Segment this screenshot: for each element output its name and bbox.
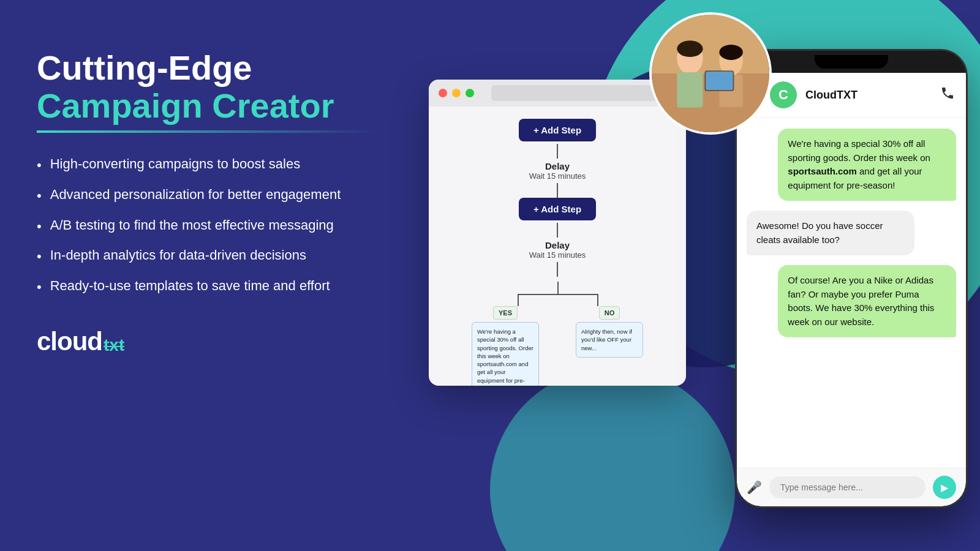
svg-rect-11: [706, 72, 733, 90]
chat-input[interactable]: [769, 476, 925, 498]
feature-item: • High-converting campaigns to boost sal…: [37, 155, 380, 174]
branch-no-badge: NO: [599, 306, 620, 320]
bullet-icon: •: [37, 247, 42, 266]
svg-rect-3: [677, 72, 703, 108]
svg-point-5: [677, 40, 703, 57]
title-line2: Campaign Creator: [37, 87, 380, 125]
feature-item: • A/B testing to find the most effective…: [37, 216, 380, 236]
branch-yes-badge: YES: [493, 306, 518, 320]
logo-cloud-text: cloud: [37, 327, 102, 356]
browser-close-btn[interactable]: [439, 89, 447, 97]
logo-area: cloud txt: [37, 327, 380, 356]
title-line1: Cutting-Edge: [37, 49, 380, 87]
right-panel: + Add Step Delay Wait 15 minutes + Add S…: [380, 0, 980, 551]
delay-block-2: Delay Wait 15 minutes: [529, 240, 586, 260]
notch-bar: [815, 55, 888, 69]
bullet-icon: •: [37, 217, 42, 236]
branch-container: YES We're having a special 30% off all s…: [441, 282, 674, 386]
delay-sub-1: Wait 15 minutes: [529, 171, 586, 181]
browser-titlebar: [429, 80, 686, 107]
delay-sub-2: Wait 15 minutes: [529, 250, 586, 260]
delay-label-1: Delay: [529, 161, 586, 171]
branch-yes-arm: YES We're having a special 30% off all s…: [472, 306, 539, 386]
feature-item: • Advanced personalization for better en…: [37, 186, 380, 205]
connector-line: [557, 262, 558, 277]
message-2: Awesome! Do you have soccer cleats avail…: [747, 211, 914, 255]
profile-photo-circle: [649, 12, 772, 135]
svg-point-9: [719, 45, 742, 60]
branch-yes-text: We're having a special 30% off all sport…: [472, 322, 539, 386]
message-1: We're having a special 30% off all sport…: [778, 129, 956, 201]
branch-arms: YES We're having a special 30% off all s…: [472, 306, 643, 386]
bullet-icon: •: [37, 187, 42, 205]
bullet-icon: •: [37, 156, 42, 174]
browser-content: + Add Step Delay Wait 15 minutes + Add S…: [429, 107, 686, 386]
browser-minimize-btn[interactable]: [452, 89, 461, 97]
phone-screen: ← C CloudTXT We're having a special 30% …: [737, 73, 966, 506]
feature-text: High-converting campaigns to boost sales: [50, 155, 300, 173]
bullet-icon: •: [37, 278, 42, 296]
browser-window: + Add Step Delay Wait 15 minutes + Add S…: [429, 80, 686, 386]
feature-text: A/B testing to find the most effective m…: [50, 216, 334, 234]
branch-no-arm: NO Alrighty then, now if you'd like OFF …: [576, 306, 643, 358]
chat-input-bar: 🎤 ▶: [737, 468, 966, 506]
logo-txt-text: txt: [104, 335, 124, 355]
delay-label-2: Delay: [529, 240, 586, 250]
feature-item: • Ready-to-use templates to save time an…: [37, 277, 380, 296]
chat-name: CloudTXT: [805, 89, 932, 102]
connector-line: [557, 144, 558, 159]
title-underline: [37, 130, 380, 133]
branch-no-text: Alrighty then, now if you'd like OFF you…: [576, 322, 643, 358]
browser-urlbar[interactable]: [491, 85, 676, 101]
connector-line: [557, 223, 558, 238]
browser-maximize-btn[interactable]: [466, 89, 474, 97]
feature-text: Advanced personalization for better enga…: [50, 186, 341, 204]
feature-text: In-depth analytics for data-driven decis…: [50, 246, 306, 264]
add-step-button-2[interactable]: + Add Step: [519, 198, 596, 220]
features-list: • High-converting campaigns to boost sal…: [37, 155, 380, 296]
phone-mockup: ← C CloudTXT We're having a special 30% …: [735, 49, 968, 508]
delay-block-1: Delay Wait 15 minutes: [529, 161, 586, 181]
chat-avatar: C: [770, 81, 797, 108]
feature-text: Ready-to-use templates to save time and …: [50, 277, 330, 295]
send-button[interactable]: ▶: [933, 476, 956, 499]
message-3: Of course! Are you a Nike or Adidas fan?…: [778, 265, 956, 337]
feature-item: • In-depth analytics for data-driven dec…: [37, 246, 380, 266]
mic-icon[interactable]: 🎤: [747, 480, 762, 495]
add-step-button-1[interactable]: + Add Step: [519, 119, 596, 141]
call-icon[interactable]: [940, 86, 955, 104]
chat-messages: We're having a special 30% off all sport…: [737, 118, 966, 468]
flowchart: + Add Step Delay Wait 15 minutes + Add S…: [441, 119, 674, 386]
left-panel: Cutting-Edge Campaign Creator • High-con…: [37, 49, 380, 356]
connector-line: [557, 183, 558, 198]
